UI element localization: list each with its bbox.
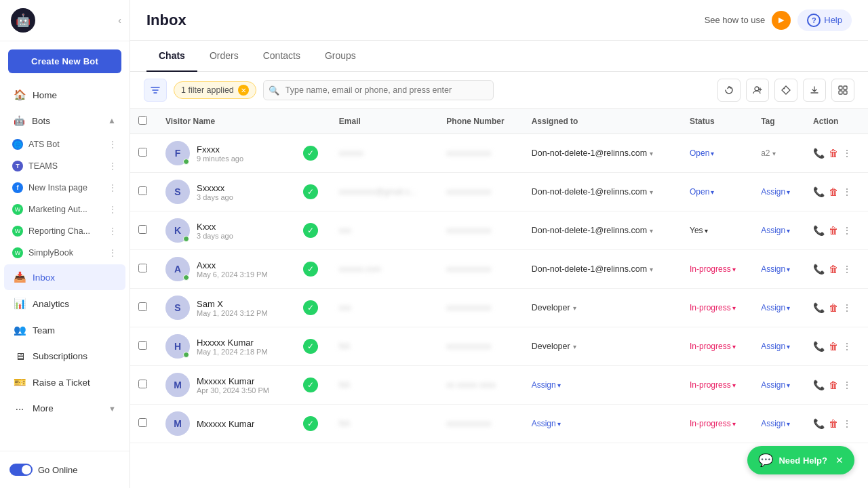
refresh-button[interactable] <box>717 79 741 102</box>
assigned-to-text[interactable]: Don-not-delete-1@relinns.com ▾ <box>532 148 673 158</box>
search-input[interactable] <box>263 80 494 100</box>
call-icon[interactable]: 📞 <box>813 341 825 352</box>
assigned-cell[interactable]: Don-not-delete-1@relinns.com ▾ <box>524 173 682 211</box>
sidebar-item-team[interactable]: 👥 Team <box>4 317 125 343</box>
row-more-icon[interactable]: ⋮ <box>842 302 852 313</box>
tag-button[interactable] <box>774 79 797 102</box>
call-icon[interactable]: 📞 <box>813 264 825 274</box>
tag-cell[interactable]: Assign ▾ <box>753 211 805 250</box>
sidebar-item-subscriptions[interactable]: 🖥 Subscriptions <box>4 344 125 369</box>
assigned-cell[interactable]: Don-not-delete-1@relinns.com ▾ <box>524 134 682 173</box>
row-more-icon[interactable]: ⋮ <box>842 225 852 236</box>
status-cell[interactable]: In-progress ▾ <box>690 303 745 312</box>
delete-icon[interactable]: 🗑 <box>829 186 838 197</box>
row-more-icon[interactable]: ⋮ <box>842 186 852 197</box>
assigned-to-text[interactable]: Don-not-delete-1@relinns.com ▾ <box>532 187 673 197</box>
assigned-assign[interactable]: Assign ▾ <box>532 419 673 428</box>
delete-icon[interactable]: 🗑 <box>829 264 838 274</box>
delete-icon[interactable]: 🗑 <box>829 225 838 236</box>
assigned-cell[interactable]: Don-not-delete-1@relinns.com ▾ <box>524 250 682 289</box>
tag-cell[interactable]: Assign ▾ <box>753 327 805 366</box>
play-button[interactable]: ▶ <box>772 11 791 30</box>
status-cell[interactable]: In-progress ▾ <box>690 419 745 428</box>
tab-orders[interactable]: Orders <box>197 41 251 72</box>
tag-assign[interactable]: Assign ▾ <box>761 226 797 235</box>
need-help-float-button[interactable]: 💬 Need Help? ✕ <box>747 446 854 474</box>
assigned-to-text[interactable]: Developer ▾ <box>532 303 673 312</box>
delete-icon[interactable]: 🗑 <box>829 380 838 390</box>
call-icon[interactable]: 📞 <box>813 302 825 313</box>
tag-cell[interactable]: Assign ▾ <box>753 250 805 289</box>
status-cell[interactable]: In-progress ▾ <box>690 342 745 351</box>
status-cell[interactable]: Yes ▾ <box>690 226 745 235</box>
row-checkbox-0[interactable] <box>138 148 147 157</box>
add-user-button[interactable] <box>746 79 769 102</box>
delete-icon[interactable]: 🗑 <box>829 148 838 159</box>
marketing-bot-menu-icon[interactable]: ⋮ <box>105 203 120 216</box>
ats-bot-menu-icon[interactable]: ⋮ <box>105 138 120 151</box>
call-icon[interactable]: 📞 <box>813 380 825 390</box>
row-more-icon[interactable]: ⋮ <box>842 341 852 352</box>
tag-cell[interactable]: a2 ▾ <box>753 134 805 173</box>
go-online-toggle[interactable] <box>9 464 33 476</box>
row-checkbox-1[interactable] <box>138 186 147 195</box>
bot-item-reporting[interactable]: W Reporting Cha... ⋮ <box>3 220 127 242</box>
delete-icon[interactable]: 🗑 <box>829 418 838 429</box>
reporting-bot-menu-icon[interactable]: ⋮ <box>105 224 120 238</box>
tag-cell[interactable]: Assign ▾ <box>753 366 805 405</box>
row-checkbox-7[interactable] <box>138 418 147 427</box>
tag-cell[interactable]: Assign ▾ <box>753 173 805 211</box>
insta-bot-menu-icon[interactable]: ⋮ <box>105 181 120 195</box>
tag-cell[interactable]: Assign ▾ <box>753 289 805 327</box>
bot-item-teams[interactable]: T TEAMS ⋮ <box>3 155 127 177</box>
status-cell[interactable]: In-progress ▾ <box>690 380 745 390</box>
sidebar-collapse-button[interactable]: ‹ <box>118 15 121 26</box>
tab-contacts[interactable]: Contacts <box>251 41 313 72</box>
row-checkbox-4[interactable] <box>138 302 147 311</box>
need-help-close-button[interactable]: ✕ <box>835 455 844 466</box>
sidebar-item-home[interactable]: 🏠 Home <box>4 82 125 108</box>
row-more-icon[interactable]: ⋮ <box>842 264 852 274</box>
bot-item-ats[interactable]: 🌐 ATS Bot ⋮ <box>3 134 127 155</box>
call-icon[interactable]: 📞 <box>813 186 825 197</box>
tab-chats[interactable]: Chats <box>146 41 197 72</box>
bot-item-simplybook[interactable]: W SimplyBook ⋮ <box>3 242 127 264</box>
tab-groups[interactable]: Groups <box>313 41 368 72</box>
sidebar-item-more[interactable]: ··· More ▼ <box>4 396 125 421</box>
delete-icon[interactable]: 🗑 <box>829 302 838 313</box>
tag-assign[interactable]: Assign ▾ <box>761 380 797 390</box>
row-more-icon[interactable]: ⋮ <box>842 380 852 390</box>
grid-view-button[interactable] <box>831 79 854 102</box>
select-all-checkbox[interactable] <box>138 116 147 125</box>
assigned-cell[interactable]: Assign ▾ <box>524 366 682 405</box>
download-button[interactable] <box>803 79 826 102</box>
tag-assign[interactable]: Assign ▾ <box>761 187 797 197</box>
bot-item-insta[interactable]: f New Insta page ⋮ <box>3 177 127 199</box>
teams-bot-menu-icon[interactable]: ⋮ <box>105 159 120 173</box>
assigned-to-text[interactable]: Don-not-delete-1@relinns.com ▾ <box>532 264 673 274</box>
status-cell[interactable]: Open ▾ <box>690 148 745 158</box>
help-button[interactable]: ? Help <box>797 9 852 31</box>
tag-assign[interactable]: Assign ▾ <box>761 419 797 428</box>
sidebar-item-raise-ticket[interactable]: 🎫 Raise a Ticket <box>4 369 125 395</box>
assigned-cell[interactable]: Assign ▾ <box>524 405 682 443</box>
tag-assign[interactable]: Assign ▾ <box>761 264 797 274</box>
tag-assign[interactable]: Assign ▾ <box>761 303 797 312</box>
row-more-icon[interactable]: ⋮ <box>842 418 852 429</box>
call-icon[interactable]: 📞 <box>813 148 825 159</box>
status-cell[interactable]: Open ▾ <box>690 187 745 197</box>
assigned-cell[interactable]: Developer ▾ <box>524 289 682 327</box>
row-more-icon[interactable]: ⋮ <box>842 148 852 159</box>
create-new-bot-button[interactable]: Create New Bot <box>8 49 121 73</box>
delete-icon[interactable]: 🗑 <box>829 341 838 352</box>
assigned-to-text[interactable]: Don-not-delete-1@relinns.com ▾ <box>532 226 673 235</box>
sidebar-item-analytics[interactable]: 📊 Analytics <box>4 291 125 317</box>
filter-clear-button[interactable]: ✕ <box>238 85 249 96</box>
status-cell[interactable]: In-progress ▾ <box>690 264 745 274</box>
assigned-cell[interactable]: Don-not-delete-1@relinns.com ▾ <box>524 211 682 250</box>
row-checkbox-6[interactable] <box>138 380 147 388</box>
sidebar-item-inbox[interactable]: 📥 Inbox <box>4 264 125 290</box>
tag-assign[interactable]: Assign ▾ <box>761 342 797 351</box>
simplybook-bot-menu-icon[interactable]: ⋮ <box>105 246 120 260</box>
assigned-to-text[interactable]: Developer ▾ <box>532 342 673 351</box>
